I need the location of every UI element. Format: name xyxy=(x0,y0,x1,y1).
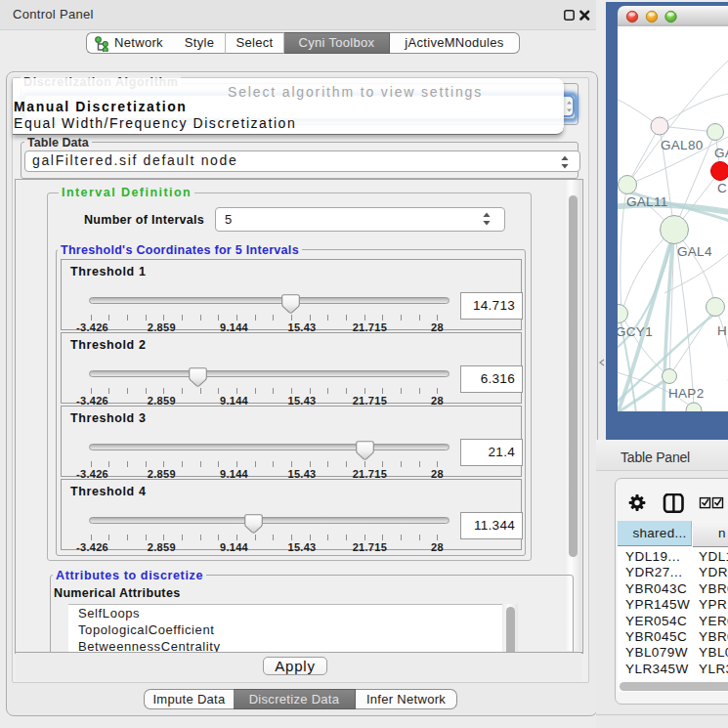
svg-text:GAL11: GAL11 xyxy=(626,194,668,209)
svg-text:H: H xyxy=(717,323,727,338)
svg-text:HAP2: HAP2 xyxy=(668,386,704,401)
svg-text:C: C xyxy=(717,181,727,195)
svg-text:GA: GA xyxy=(714,146,728,160)
svg-text:GAL80: GAL80 xyxy=(661,138,704,152)
svg-text:GAL4: GAL4 xyxy=(677,244,712,259)
svg-text:GCY1: GCY1 xyxy=(618,324,653,339)
